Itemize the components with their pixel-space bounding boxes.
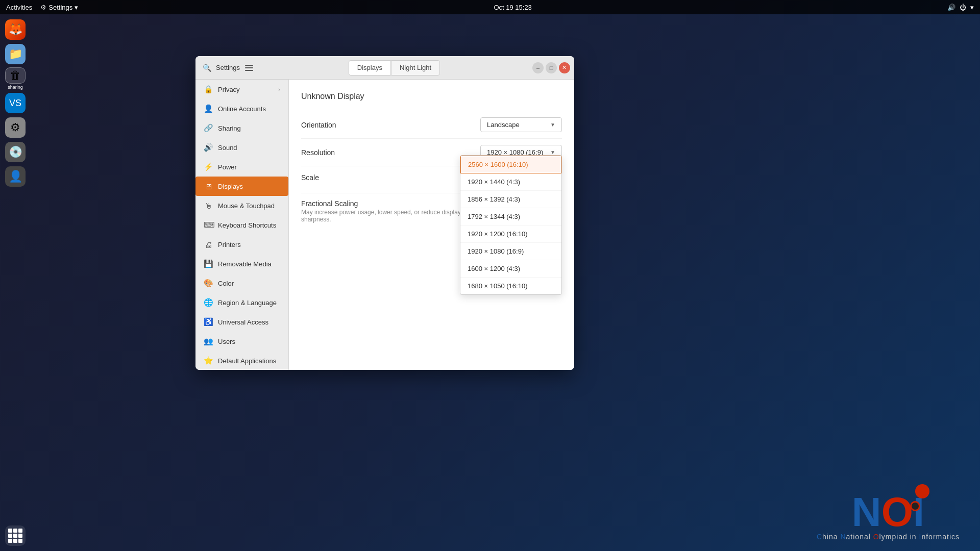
resolution-option-7[interactable]: 1680 × 1050 (16:10) [460, 278, 561, 294]
scale-label: Scale [301, 173, 319, 182]
settings-window: 🔍 Settings Displays Night Light – □ ✕ [195, 56, 574, 370]
resolution-option-0[interactable]: 2560 × 1600 (16:10) [460, 156, 561, 173]
sidebar-label-privacy: Privacy [218, 86, 273, 93]
fractional-scaling-title: Fractional Scaling [301, 199, 464, 208]
noi-inner-dot [910, 501, 920, 511]
sidebar-label-online-accounts: Online Accounts [218, 105, 280, 113]
main-content: Unknown Display Orientation Landscape ▼ … [289, 80, 574, 370]
sidebar-item-printers[interactable]: 🖨 Printers [195, 235, 288, 254]
sidebar-item-online-accounts[interactable]: 👤 Online Accounts [195, 99, 288, 118]
topbar-arrow-icon[interactable]: ▾ [970, 4, 974, 11]
printers-icon: 🖨 [204, 240, 213, 249]
resolution-label: Resolution [301, 148, 335, 157]
resolution-option-4[interactable]: 1920 × 1200 (16:10) [460, 226, 561, 243]
resolution-option-5[interactable]: 980 × 551 (16:9) [460, 243, 561, 260]
sidebar-item-keyboard-shortcuts[interactable]: ⌨ Keyboard Shortcuts [195, 215, 288, 235]
sidebar-item-privacy[interactable]: 🔒 Privacy › [195, 80, 288, 99]
sound-icon: 🔊 [204, 143, 213, 152]
search-button[interactable]: 🔍 [200, 61, 214, 75]
dock-item-trash[interactable]: 🗑 sharing [4, 67, 27, 90]
minimize-button[interactable]: – [532, 62, 544, 73]
dock-item-settings[interactable]: ⚙ [4, 116, 27, 139]
apps-grid-icon [5, 525, 26, 546]
sidebar-label-sound: Sound [218, 144, 280, 152]
sidebar-label-default-apps: Default Applications [218, 357, 280, 365]
sidebar-item-universal-access[interactable]: ♿ Universal Access [195, 312, 288, 332]
sidebar-item-region-language[interactable]: 🌐 Region & Language [195, 293, 288, 312]
titlebar-tabs: Displays Night Light [349, 60, 440, 76]
dock-item-dvd2[interactable]: 👤 [4, 165, 27, 188]
orientation-value: Landscape [487, 121, 520, 129]
resolution-option-2[interactable]: 1856 × 1392 (4:3) [460, 191, 561, 208]
sidebar-label-keyboard: Keyboard Shortcuts [218, 221, 280, 229]
sidebar: 🔒 Privacy › 👤 Online Accounts 🔗 Sharing … [195, 80, 289, 370]
sidebar-item-sound[interactable]: 🔊 Sound [195, 138, 288, 157]
region-icon: 🌐 [204, 298, 213, 307]
mouse-icon: 🖱 [204, 202, 213, 210]
keyboard-icon: ⌨ [204, 220, 213, 230]
tab-night-light[interactable]: Night Light [391, 60, 440, 76]
settings-menu-button[interactable]: ⚙ Settings ▾ [40, 4, 78, 11]
fractional-scaling-info: Fractional Scaling May increase power us… [301, 199, 464, 223]
privacy-icon: 🔒 [204, 85, 213, 94]
sidebar-item-sharing[interactable]: 🔗 Sharing [195, 118, 288, 138]
orientation-label: Orientation [301, 121, 336, 129]
topbar-datetime: Oct 19 15:23 [494, 4, 531, 11]
power-icon[interactable]: ⏻ [960, 4, 966, 11]
sidebar-label-removable-media: Removable Media [218, 260, 280, 268]
files-icon: 📁 [5, 44, 26, 64]
window-body: 🔒 Privacy › 👤 Online Accounts 🔗 Sharing … [195, 80, 574, 370]
sidebar-item-displays[interactable]: 🖥 Displays [195, 177, 288, 196]
sidebar-item-default-applications[interactable]: ⭐ Default Applications [195, 351, 288, 370]
sidebar-item-mouse-touchpad[interactable]: 🖱 Mouse & Touchpad [195, 196, 288, 215]
dock-item-firefox[interactable]: 🦊 [4, 18, 27, 41]
close-button[interactable]: ✕ [559, 62, 570, 73]
sidebar-label-sharing: Sharing [218, 124, 280, 132]
users-icon: 👥 [204, 337, 213, 346]
dock-item-apps[interactable] [4, 524, 27, 547]
hamburger-button[interactable] [242, 61, 256, 75]
sidebar-label-printers: Printers [218, 241, 280, 248]
color-icon: 🎨 [204, 279, 213, 288]
fractional-scaling-subtitle: May increase power usage, lower speed, o… [301, 209, 464, 223]
orientation-dropdown[interactable]: Landscape ▼ [480, 117, 562, 132]
sidebar-label-power: Power [218, 163, 280, 171]
activities-button[interactable]: Activities [6, 4, 32, 11]
maximize-button[interactable]: □ [546, 62, 557, 73]
universal-access-icon: ♿ [204, 317, 213, 327]
orientation-control: Landscape ▼ [480, 117, 562, 132]
dvd-icon: 💿 [5, 142, 26, 162]
noi-logo: NOI China National Olympiad in Informati… [817, 492, 960, 541]
vscode-icon: VS [5, 93, 26, 113]
resolution-option-6[interactable]: 1600 × 1200 (4:3) [460, 260, 561, 278]
dock-item-files[interactable]: 📁 [4, 43, 27, 65]
resolution-option-3[interactable]: 1792 × 1344 (4:3) [460, 208, 561, 226]
desktop: Activities ⚙ Settings ▾ Oct 19 15:23 🔊 ⏻… [0, 0, 980, 551]
resolution-options-dropdown: 2560 × 1600 (16:10) 1920 × 1440 (4:3) 18… [460, 155, 562, 295]
window-titlebar: 🔍 Settings Displays Night Light – □ ✕ [195, 56, 574, 80]
dock-item-dvd[interactable]: 💿 [4, 141, 27, 163]
sidebar-item-users[interactable]: 👥 Users [195, 332, 288, 351]
titlebar-right: – □ ✕ [532, 62, 570, 73]
topbar-right: 🔊 ⏻ ▾ [947, 4, 974, 11]
dock: 🦊 📁 🗑 sharing VS ⚙ 💿 👤 [0, 14, 31, 551]
resolution-arrow-icon: ▼ [550, 149, 555, 155]
privacy-arrow-icon: › [278, 86, 280, 92]
topbar: Activities ⚙ Settings ▾ Oct 19 15:23 🔊 ⏻… [0, 0, 980, 14]
trash-label: sharing [8, 85, 23, 90]
volume-icon[interactable]: 🔊 [947, 4, 955, 11]
sidebar-label-color: Color [218, 280, 280, 287]
displays-icon: 🖥 [204, 182, 213, 191]
sidebar-label-universal: Universal Access [218, 318, 280, 326]
sidebar-item-power[interactable]: ⚡ Power [195, 157, 288, 177]
sidebar-item-color[interactable]: 🎨 Color [195, 273, 288, 293]
sidebar-item-removable-media[interactable]: 💾 Removable Media [195, 254, 288, 273]
tab-displays[interactable]: Displays [349, 60, 391, 76]
resolution-option-1[interactable]: 1920 × 1440 (4:3) [460, 173, 561, 191]
settings-menu-icon: ⚙ [40, 4, 46, 11]
default-apps-icon: ⭐ [204, 356, 213, 365]
dock-item-vscode[interactable]: VS [4, 92, 27, 114]
sidebar-label-users: Users [218, 338, 280, 345]
sidebar-label-region: Region & Language [218, 299, 280, 307]
orientation-arrow-icon: ▼ [550, 122, 555, 128]
